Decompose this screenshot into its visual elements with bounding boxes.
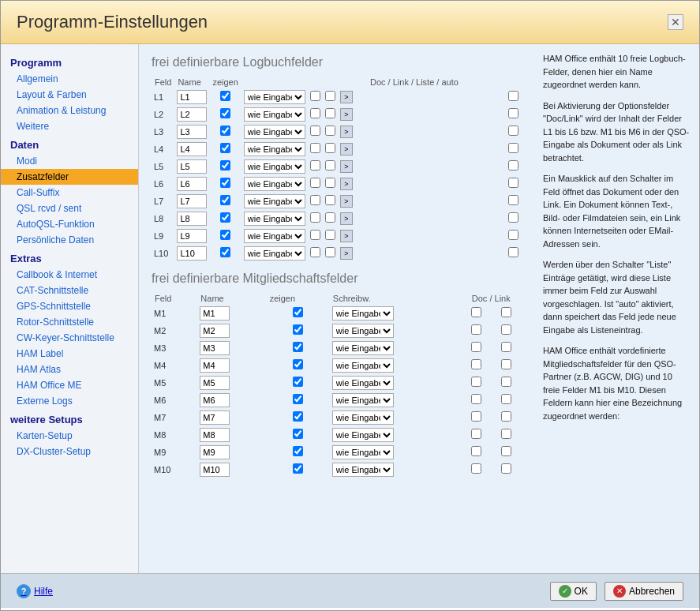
- log-arrow-btn-4[interactable]: >: [340, 160, 353, 173]
- sidebar-item-call-suffix[interactable]: Call-Suffix: [1, 185, 138, 201]
- mit-dropdown-9[interactable]: wie Eingabe: [332, 463, 394, 477]
- log-doc-checkbox3-8[interactable]: [508, 230, 518, 240]
- log-doc-checkbox2-2[interactable]: [325, 126, 335, 136]
- log-name-input-5[interactable]: [177, 177, 207, 191]
- log-name-input-3[interactable]: [177, 142, 207, 156]
- log-name-input-1[interactable]: [177, 107, 207, 122]
- mit-doc-checkbox2-6[interactable]: [501, 411, 511, 422]
- sidebar-item-modi[interactable]: Modi: [1, 153, 138, 169]
- mit-doc-checkbox1-7[interactable]: [471, 429, 481, 439]
- mit-doc-checkbox2-2[interactable]: [501, 342, 511, 352]
- mit-doc-checkbox1-3[interactable]: [471, 359, 481, 369]
- log-doc-checkbox1-5[interactable]: [310, 178, 320, 188]
- mit-doc-checkbox1-1[interactable]: [471, 324, 481, 335]
- log-arrow-btn-7[interactable]: >: [340, 212, 353, 225]
- mit-doc-checkbox1-8[interactable]: [471, 446, 481, 456]
- log-arrow-btn-5[interactable]: >: [340, 178, 353, 190]
- mit-dropdown-3[interactable]: wie Eingabe: [332, 358, 394, 373]
- log-dropdown-2[interactable]: wie Eingabe: [244, 125, 305, 139]
- sidebar-item-dx-cluster-setup[interactable]: DX-Cluster-Setup: [1, 444, 138, 459]
- log-doc-checkbox3-3[interactable]: [508, 143, 518, 153]
- log-name-input-9[interactable]: [177, 246, 207, 261]
- log-dropdown-9[interactable]: wie Eingabe: [244, 246, 305, 261]
- sidebar-item-persoenliche-daten[interactable]: Persönliche Daten: [1, 232, 138, 248]
- log-dropdown-6[interactable]: wie Eingabe: [244, 194, 305, 208]
- mit-zeigen-checkbox-3[interactable]: [293, 359, 303, 369]
- sidebar-item-gps[interactable]: GPS-Schnittstelle: [1, 298, 138, 314]
- log-zeigen-checkbox-3[interactable]: [220, 143, 230, 153]
- mit-doc-checkbox2-5[interactable]: [501, 394, 511, 404]
- sidebar-item-karten-setup[interactable]: Karten-Setup: [1, 428, 138, 444]
- mit-name-input-6[interactable]: [200, 410, 230, 425]
- log-doc-checkbox3-9[interactable]: [508, 247, 518, 257]
- log-doc-checkbox2-8[interactable]: [325, 230, 335, 240]
- log-dropdown-1[interactable]: wie Eingabe: [244, 107, 305, 122]
- mit-doc-checkbox2-4[interactable]: [501, 377, 511, 387]
- mit-name-input-3[interactable]: [200, 358, 230, 373]
- sidebar-item-ham-label[interactable]: HAM Label: [1, 346, 138, 362]
- log-name-input-7[interactable]: [177, 212, 207, 226]
- log-dropdown-8[interactable]: wie Eingabe: [244, 229, 305, 243]
- sidebar-item-animation-leistung[interactable]: Animation & Leistung: [1, 103, 138, 118]
- log-arrow-btn-1[interactable]: >: [340, 108, 353, 121]
- log-doc-checkbox1-1[interactable]: [310, 108, 320, 118]
- log-dropdown-5[interactable]: wie Eingabe: [244, 177, 305, 191]
- close-button[interactable]: ✕: [668, 14, 683, 30]
- mit-doc-checkbox2-9[interactable]: [501, 463, 511, 474]
- log-doc-checkbox1-0[interactable]: [310, 91, 320, 101]
- log-dropdown-3[interactable]: wie Eingabe: [244, 142, 305, 156]
- sidebar-item-callbook[interactable]: Callbook & Internet: [1, 267, 138, 283]
- mit-dropdown-6[interactable]: wie Eingabe: [332, 410, 394, 425]
- sidebar-item-rotor[interactable]: Rotor-Schnittstelle: [1, 314, 138, 330]
- sidebar-item-allgemein[interactable]: Allgemein: [1, 71, 138, 87]
- log-zeigen-checkbox-5[interactable]: [220, 178, 230, 188]
- log-arrow-btn-8[interactable]: >: [340, 230, 353, 242]
- log-doc-checkbox1-8[interactable]: [310, 230, 320, 240]
- log-zeigen-checkbox-1[interactable]: [220, 108, 230, 118]
- mit-dropdown-2[interactable]: wie Eingabe: [332, 341, 394, 355]
- mit-name-input-7[interactable]: [200, 428, 230, 442]
- sidebar-item-zusatzfelder[interactable]: Zusatzfelder: [1, 169, 138, 185]
- log-arrow-btn-0[interactable]: >: [340, 91, 353, 103]
- log-zeigen-checkbox-6[interactable]: [220, 195, 230, 205]
- log-doc-checkbox3-1[interactable]: [508, 108, 518, 118]
- log-name-input-8[interactable]: [177, 229, 207, 243]
- mit-doc-checkbox1-9[interactable]: [471, 463, 481, 474]
- log-doc-checkbox2-6[interactable]: [325, 195, 335, 205]
- log-doc-checkbox2-0[interactable]: [325, 91, 335, 101]
- mit-zeigen-checkbox-9[interactable]: [293, 463, 303, 474]
- mit-name-input-5[interactable]: [200, 393, 230, 407]
- sidebar-item-weitere[interactable]: Weitere: [1, 118, 138, 134]
- mit-doc-checkbox2-1[interactable]: [501, 324, 511, 335]
- mit-doc-checkbox1-4[interactable]: [471, 377, 481, 387]
- log-doc-checkbox2-9[interactable]: [325, 247, 335, 257]
- log-doc-checkbox2-5[interactable]: [325, 178, 335, 188]
- sidebar-item-cat[interactable]: CAT-Schnittstelle: [1, 283, 138, 298]
- mit-doc-checkbox1-5[interactable]: [471, 394, 481, 404]
- log-doc-checkbox1-3[interactable]: [310, 143, 320, 153]
- mit-name-input-2[interactable]: [200, 341, 230, 355]
- mit-name-input-9[interactable]: [200, 463, 230, 477]
- log-dropdown-0[interactable]: wie Eingabe: [244, 90, 305, 104]
- ok-button[interactable]: ✓ OK: [550, 582, 597, 601]
- mit-zeigen-checkbox-2[interactable]: [293, 342, 303, 352]
- log-doc-checkbox2-7[interactable]: [325, 212, 335, 223]
- log-arrow-btn-6[interactable]: >: [340, 195, 353, 208]
- log-zeigen-checkbox-4[interactable]: [220, 160, 230, 171]
- mit-name-input-0[interactable]: [200, 306, 230, 320]
- sidebar-item-ham-office-me[interactable]: HAM Office ME: [1, 377, 138, 393]
- mit-doc-checkbox1-2[interactable]: [471, 342, 481, 352]
- sidebar-item-cw-keyer[interactable]: CW-Keyer-Schnittstelle: [1, 330, 138, 346]
- mit-dropdown-0[interactable]: wie Eingabe: [332, 306, 394, 320]
- mit-dropdown-4[interactable]: wie Eingabe: [332, 376, 394, 390]
- mit-zeigen-checkbox-0[interactable]: [293, 307, 303, 317]
- log-doc-checkbox3-5[interactable]: [508, 178, 518, 188]
- sidebar-item-externe-logs[interactable]: Externe Logs: [1, 393, 138, 409]
- mit-name-input-1[interactable]: [200, 324, 230, 338]
- log-doc-checkbox1-2[interactable]: [310, 126, 320, 136]
- log-dropdown-4[interactable]: wie Eingabe: [244, 159, 305, 174]
- cancel-button[interactable]: ✕ Abbrechen: [605, 582, 683, 601]
- log-zeigen-checkbox-7[interactable]: [220, 212, 230, 223]
- log-doc-checkbox2-4[interactable]: [325, 160, 335, 171]
- log-doc-checkbox3-2[interactable]: [508, 126, 518, 136]
